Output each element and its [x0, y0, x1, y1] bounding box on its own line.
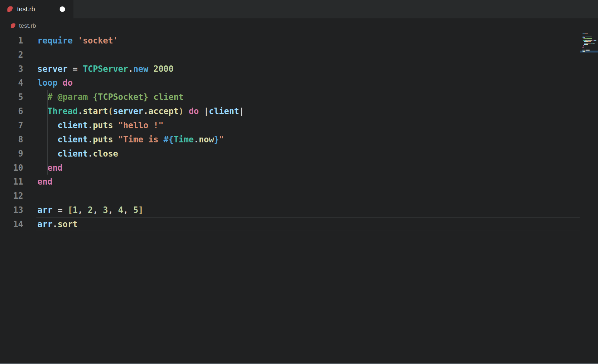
token: client — [37, 135, 88, 144]
code-line[interactable]: 4loop do — [0, 76, 580, 90]
code-line[interactable]: 13arr = [1, 2, 3, 4, 5] — [0, 203, 580, 217]
token: 2 — [88, 205, 93, 215]
token: [ — [68, 205, 73, 215]
code-line[interactable]: 5 # @param {TCPSocket} client — [0, 90, 580, 104]
line-number: 9 — [0, 149, 23, 158]
token: 3 — [103, 205, 108, 215]
token: . — [88, 120, 93, 130]
token: now — [199, 135, 214, 144]
indent-guide — [58, 147, 58, 161]
token: 5 — [133, 205, 138, 215]
code-line[interactable]: 7 client.puts "hello !" — [0, 118, 580, 132]
token: ] — [138, 205, 143, 215]
code-line[interactable]: 3server = TCPServer.new 2000 — [0, 62, 580, 76]
token: . — [143, 106, 149, 116]
indent-guide — [58, 132, 58, 147]
token: . — [53, 219, 58, 229]
token: TCPServer — [83, 64, 128, 74]
token: end — [37, 163, 63, 173]
token: new — [133, 64, 148, 74]
indent-guide — [47, 161, 48, 175]
token: do — [58, 78, 73, 88]
code-line[interactable]: 1require 'socket' — [0, 34, 580, 48]
token: = — [53, 205, 68, 215]
code-line[interactable]: 12 — [0, 189, 580, 203]
token: | — [199, 106, 209, 116]
line-number: 14 — [0, 219, 23, 229]
token: client — [209, 106, 239, 116]
line-number: 2 — [0, 50, 23, 60]
indent-guide — [47, 118, 48, 132]
indent-guide — [58, 118, 58, 132]
token: " — [219, 135, 224, 144]
token: 4 — [118, 205, 123, 215]
token: # @param — [37, 92, 93, 102]
line-number: 12 — [0, 191, 23, 201]
token: arr — [37, 219, 53, 229]
code-line[interactable]: 14arr.sort — [0, 217, 580, 231]
token: . — [88, 135, 93, 144]
code-line[interactable]: 2 — [0, 48, 580, 62]
code-line[interactable]: 6 Thread.start(server.accept) do |client… — [0, 104, 580, 118]
line-number: 13 — [0, 205, 23, 215]
line-number: 4 — [0, 78, 23, 88]
line-number: 8 — [0, 135, 23, 144]
token: close — [93, 149, 118, 158]
token: 'socket' — [78, 36, 118, 45]
token: require — [37, 36, 78, 45]
token: "hello !" — [113, 120, 164, 130]
token: , — [78, 205, 88, 215]
token: {TCPSocket} client — [93, 92, 184, 102]
token: end — [37, 177, 53, 187]
line-number: 5 — [0, 92, 23, 102]
line-number: 6 — [0, 106, 23, 116]
line-number: 11 — [0, 177, 23, 187]
token: | — [239, 106, 244, 116]
code-line[interactable]: 11end — [0, 175, 580, 189]
indent-guide — [47, 147, 48, 161]
indent-guide — [47, 104, 48, 118]
token: , — [93, 205, 103, 215]
code-line[interactable]: 8 client.puts "Time is #{Time.now}" — [0, 132, 580, 147]
token: do — [184, 106, 199, 116]
tab-bar: test.rb — [0, 0, 598, 18]
breadcrumb[interactable]: test.rb — [0, 18, 598, 33]
token: = — [68, 64, 83, 74]
code-line[interactable]: 9 client.close — [0, 147, 580, 161]
token: puts — [93, 135, 113, 144]
line-number: 3 — [0, 64, 23, 74]
breadcrumb-file: test.rb — [19, 22, 36, 29]
token: 1 — [73, 205, 78, 215]
tab-test-rb[interactable]: test.rb — [0, 0, 73, 18]
token: 2000 — [148, 64, 173, 74]
ruby-icon — [6, 6, 14, 13]
token: server — [113, 106, 143, 116]
token: } — [214, 135, 219, 144]
line-number: 1 — [0, 36, 23, 45]
token: . — [194, 135, 199, 144]
token: #{ — [163, 135, 173, 144]
tab-label: test.rb — [17, 5, 35, 13]
token: , — [108, 205, 118, 215]
code-line[interactable]: 10 end — [0, 161, 580, 175]
token: ) — [178, 106, 184, 116]
token: client — [37, 120, 88, 130]
token: . — [78, 106, 83, 116]
ruby-icon — [10, 23, 16, 29]
minimap[interactable] — [580, 0, 598, 364]
minimap-content — [583, 33, 596, 52]
modified-indicator-icon[interactable] — [60, 6, 65, 12]
token: sort — [58, 219, 78, 229]
line-number: 10 — [0, 163, 23, 173]
token: puts — [93, 120, 113, 130]
token: client — [37, 149, 88, 158]
token: server — [37, 64, 68, 74]
token: . — [88, 149, 93, 158]
indent-guide — [47, 90, 48, 104]
token: arr — [37, 205, 53, 215]
code-editor[interactable]: 1require 'socket'23server = TCPServer.ne… — [0, 34, 580, 231]
token: , — [123, 205, 133, 215]
line-number: 7 — [0, 120, 23, 130]
token: . — [128, 64, 133, 74]
token: "Time is — [113, 135, 164, 144]
